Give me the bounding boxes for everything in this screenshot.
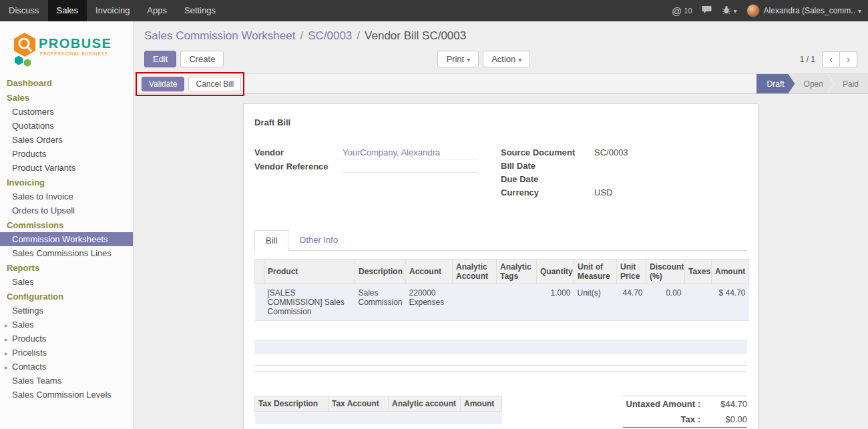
sidebar-item-label: Pricelists: [12, 348, 47, 358]
sidebar-item-config-sales[interactable]: Sales: [0, 318, 133, 332]
menu-invoicing[interactable]: Invoicing: [87, 0, 138, 21]
sidebar-item-reports-sales[interactable]: Sales: [0, 275, 133, 289]
sidebar-item-sales-orders[interactable]: Sales Orders: [0, 133, 133, 147]
col-amount: Amount: [712, 260, 749, 284]
cell-amount: $ 44.70: [712, 284, 749, 321]
sidebar-item-products[interactable]: Products: [0, 147, 133, 161]
breadcrumb-separator: [357, 29, 360, 42]
sidebar-item-sales-teams[interactable]: Sales Teams: [0, 374, 133, 388]
tab-other-info[interactable]: Other Info: [288, 230, 349, 251]
sidebar-item-settings[interactable]: Settings: [0, 304, 133, 318]
sidebar-item-label: Sales: [12, 320, 34, 330]
source-document-value: SC/0003: [594, 147, 747, 159]
validate-button[interactable]: Validate: [142, 77, 184, 91]
left-sidebar: PROBUSE PROFESSIONAL BUSINESS Dashboard …: [0, 21, 134, 429]
debug-menu-button[interactable]: [722, 5, 737, 17]
breadcrumb-separator: [300, 29, 303, 42]
sidebar-item-pricelists[interactable]: Pricelists: [0, 346, 133, 360]
pager-previous-button[interactable]: ‹: [822, 51, 840, 67]
tax-header-row: Tax Description Tax Account Analytic acc…: [255, 396, 502, 412]
sidebar-item-sales-commission-levels[interactable]: Sales Commission Levels: [0, 388, 133, 402]
sidebar-header-configuration[interactable]: Configuration: [0, 289, 133, 304]
cell-uom: Unit(s): [574, 284, 617, 321]
sidebar-item-config-products[interactable]: Products: [0, 332, 133, 346]
print-dropdown-button[interactable]: Print: [437, 51, 479, 67]
logo-subtext: PROFESSIONAL BUSINESS: [40, 51, 108, 56]
notebook-tabs: Bill Other Info: [254, 230, 747, 251]
expand-arrow-icon: [5, 322, 12, 329]
edit-button[interactable]: Edit: [144, 51, 176, 67]
logo-text: PROBUSE: [39, 36, 112, 51]
row-handle-cell: [255, 284, 264, 321]
col-tax-amount: Amount: [461, 396, 502, 412]
sidebar-item-customers[interactable]: Customers: [0, 105, 133, 119]
col-product: Product: [264, 260, 355, 284]
col-tax-analytic-account: Analytic account: [389, 396, 461, 412]
create-button[interactable]: Create: [180, 51, 224, 67]
sidebar-item-sales-to-invoice[interactable]: Sales to Invoice: [0, 189, 133, 203]
sidebar-item-contacts[interactable]: Contacts: [0, 360, 133, 374]
sidebar-item-commission-worksheets[interactable]: Commission Worksheets: [0, 232, 133, 246]
cell-analytic-tags: [497, 284, 537, 321]
breadcrumb-link-worksheet[interactable]: Sales Commission Worksheet: [144, 29, 295, 42]
messages-button[interactable]: [702, 5, 712, 17]
col-quantity: Quantity: [537, 260, 574, 284]
vendor-value-link[interactable]: YourCompany, Alexandra: [343, 147, 478, 159]
sheet-title: Draft Bill: [254, 117, 747, 127]
sidebar-header-reports[interactable]: Reports: [0, 260, 133, 275]
tax-empty-row: [255, 412, 502, 424]
status-draft[interactable]: Draft: [756, 74, 795, 93]
due-date-label: Due Date: [501, 173, 594, 185]
due-date-value: [594, 173, 747, 185]
sidebar-header-dashboard[interactable]: Dashboard: [0, 75, 133, 90]
chat-bubble-icon: [702, 5, 712, 17]
sidebar-item-product-variants[interactable]: Product Variants: [0, 161, 133, 175]
invoice-lines-table: Product Description Account Analytic Acc…: [254, 259, 749, 321]
vendor-reference-value: [343, 161, 478, 173]
sidebar-header-invoicing[interactable]: Invoicing: [0, 175, 133, 189]
mention-at-icon: @: [672, 5, 682, 17]
cell-unit-price: 44.70: [617, 284, 646, 321]
user-menu[interactable]: Alexandra (Sales_comm..: [746, 4, 861, 17]
logo-hexagon-green: [24, 59, 31, 67]
tax-empty-row: [255, 424, 502, 429]
chevron-down-icon: [467, 56, 470, 63]
action-dropdown-button[interactable]: Action: [483, 51, 530, 67]
col-analytic-tags: Analytic Tags: [497, 260, 537, 284]
col-tax-description: Tax Description: [255, 396, 329, 412]
tax-label: Tax :: [623, 414, 700, 424]
invoice-line-row[interactable]: [SALES COMMISSION] Sales Commission Sale…: [255, 284, 749, 321]
bug-icon: [722, 5, 731, 17]
empty-stripe-row: [254, 340, 747, 354]
mentions-button[interactable]: @ 10: [672, 5, 692, 17]
cell-quantity: 1.000: [537, 284, 574, 321]
vendor-label: Vendor: [254, 147, 343, 159]
sidebar-item-orders-to-upsell[interactable]: Orders to Upsell: [0, 203, 133, 218]
bill-date-label: Bill Date: [501, 160, 594, 172]
section-separator: [254, 365, 747, 372]
topbar-right: @ 10 Alexandra (Sales_comm..: [662, 0, 868, 21]
tab-bill[interactable]: Bill: [254, 230, 288, 251]
sidebar-header-sales[interactable]: Sales: [0, 90, 133, 105]
pager-next-button[interactable]: ›: [839, 51, 857, 67]
source-document-label: Source Document: [501, 147, 594, 159]
menu-settings[interactable]: Settings: [176, 0, 224, 21]
cell-taxes: [685, 284, 712, 321]
status-open[interactable]: Open: [789, 74, 834, 93]
control-panel: Sales Commission WorksheetSC/0003Vendor …: [134, 21, 868, 73]
cell-product: [SALES COMMISSION] Sales Commission: [264, 284, 355, 321]
sidebar-item-sales-commissions-lines[interactable]: Sales Commissions Lines: [0, 246, 133, 260]
chevron-down-icon: [518, 56, 521, 63]
cell-analytic-account: [453, 284, 497, 321]
sidebar-item-quotations[interactable]: Quotations: [0, 119, 133, 133]
status-pipeline: Draft Open Paid: [756, 74, 868, 93]
cell-account: 220000 Expenses: [406, 284, 453, 321]
status-paid[interactable]: Paid: [828, 74, 868, 93]
sidebar-header-commissions[interactable]: Commissions: [0, 218, 133, 232]
top-navbar: Discuss Sales Invoicing Apps Settings @ …: [0, 0, 868, 21]
menu-sales[interactable]: Sales: [48, 0, 87, 21]
menu-discuss[interactable]: Discuss: [0, 0, 48, 21]
cancel-bill-button[interactable]: Cancel Bill: [188, 77, 241, 91]
menu-apps[interactable]: Apps: [138, 0, 176, 21]
breadcrumb-link-record[interactable]: SC/0003: [308, 29, 352, 42]
